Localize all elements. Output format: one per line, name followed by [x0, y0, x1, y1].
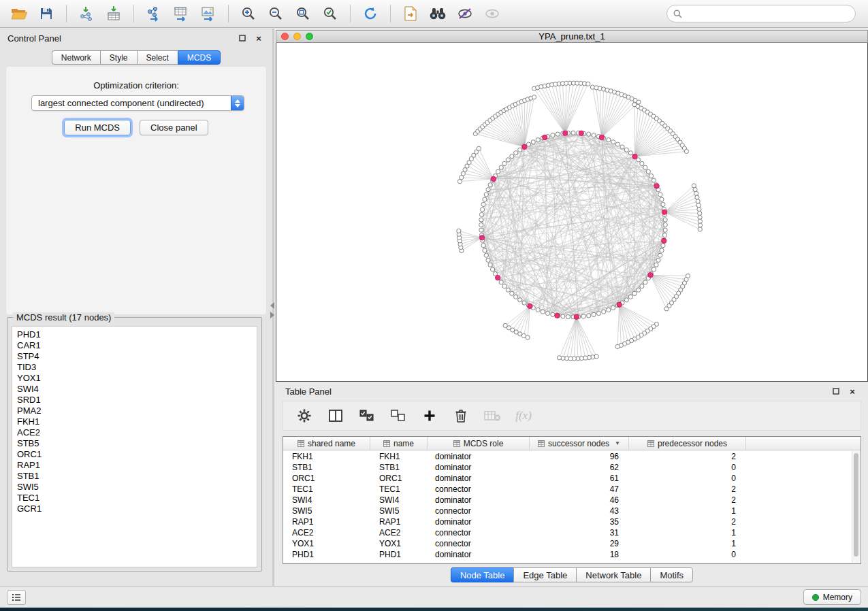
tab-network-table[interactable]: Network Table — [576, 567, 650, 582]
zoom-out-button[interactable] — [263, 3, 288, 24]
table-scrollbar[interactable] — [852, 451, 860, 563]
table-row[interactable]: SWI4SWI4dominator462 — [283, 495, 852, 506]
float-table-panel-icon[interactable] — [830, 386, 842, 397]
mcds-result-item[interactable]: YOX1 — [17, 373, 257, 384]
tab-style[interactable]: Style — [100, 50, 137, 65]
export-network-button[interactable] — [142, 3, 166, 24]
graphics-details-button[interactable] — [453, 3, 477, 24]
mcds-result-item[interactable]: TID3 — [17, 362, 257, 373]
show-columns-button[interactable] — [327, 406, 344, 426]
control-panel: Control Panel × Network Style Select MCD… — [0, 29, 272, 586]
tab-motifs[interactable]: Motifs — [650, 567, 693, 582]
export-to-web-button[interactable] — [398, 3, 423, 24]
memory-button[interactable]: Memory — [803, 589, 861, 605]
column-type-icon — [383, 440, 390, 447]
table-cell: 18 — [530, 550, 629, 559]
column-type-icon — [298, 440, 304, 447]
zoom-in-button[interactable] — [236, 3, 261, 24]
mcds-result-item[interactable]: STB1 — [17, 471, 257, 482]
column-header-name[interactable]: name — [370, 437, 428, 450]
column-header-predecessor-nodes[interactable]: predecessor nodes — [629, 437, 746, 450]
select-all-button[interactable] — [358, 406, 376, 426]
mcds-result-item[interactable]: PHD1 — [17, 329, 257, 340]
table-cell: PHD1 — [283, 550, 370, 559]
find-neighbors-button[interactable] — [425, 3, 450, 24]
tab-mcds[interactable]: MCDS — [178, 50, 221, 65]
sort-chevron-icon[interactable]: ▼ — [615, 440, 620, 446]
table-settings-button[interactable] — [295, 406, 313, 426]
import-table-button[interactable] — [101, 3, 126, 24]
table-panel-title: Table Panel — [285, 386, 332, 397]
search-input[interactable] — [686, 9, 849, 19]
table-scrollbar-thumb[interactable] — [854, 453, 858, 557]
close-panel-button[interactable]: Close panel — [140, 120, 208, 135]
table-cell: 61 — [530, 474, 629, 483]
table-row[interactable]: PHD1PHD1dominator180 — [283, 549, 852, 560]
network-graph — [276, 43, 867, 381]
import-table-icon — [105, 5, 123, 22]
table-row[interactable]: RAP1RAP1dominator352 — [283, 516, 852, 527]
mcds-buttons-row: Run MCDS Close panel — [6, 120, 266, 135]
table-row[interactable]: TEC1TEC1connector472 — [283, 484, 852, 495]
mcds-result-item[interactable]: SWI4 — [17, 384, 257, 395]
export-table-button[interactable] — [169, 3, 193, 24]
close-panel-icon[interactable]: × — [253, 33, 265, 44]
mcds-result-item[interactable]: CAR1 — [17, 340, 257, 351]
tab-edge-table[interactable]: Edge Table — [513, 567, 576, 582]
window-minimize-icon[interactable] — [293, 33, 301, 40]
right-area: YPA_prune.txt_1 Table Panel × — [274, 29, 868, 586]
tab-select[interactable]: Select — [137, 50, 178, 65]
toolbar-separator — [350, 5, 351, 22]
task-history-button[interactable] — [7, 590, 26, 605]
tab-node-table[interactable]: Node Table — [451, 567, 514, 582]
mcds-result-item[interactable]: TEC1 — [17, 493, 257, 503]
table-cell: FKH1 — [370, 452, 428, 461]
mcds-result-item[interactable]: ACE2 — [17, 427, 257, 438]
network-canvas[interactable] — [276, 43, 868, 382]
table-row[interactable]: SWI5SWI5connector431 — [283, 506, 852, 516]
column-header-successor-nodes[interactable]: successor nodes ▼ — [530, 437, 629, 450]
zoom-fit-button[interactable] — [291, 3, 315, 24]
open-file-button[interactable] — [7, 3, 31, 24]
table-row[interactable]: STB1STB1dominator620 — [283, 462, 852, 473]
delete-table-button[interactable] — [483, 406, 501, 426]
table-row[interactable]: YOX1YOX1connector291 — [283, 538, 852, 549]
mcds-result-item[interactable]: STP4 — [17, 351, 257, 362]
table-cell: YOX1 — [370, 539, 428, 548]
import-network-button[interactable] — [74, 3, 99, 24]
toggle-visibility-button[interactable] — [480, 3, 504, 24]
import-network-icon — [78, 5, 95, 22]
delete-column-button[interactable] — [452, 406, 470, 426]
table-row[interactable]: ORC1ORC1dominator610 — [283, 473, 852, 484]
mcds-result-item[interactable]: FKH1 — [17, 416, 257, 427]
float-panel-icon[interactable] — [236, 33, 248, 44]
column-header-shared-name[interactable]: shared name — [283, 437, 370, 450]
zoom-fit-icon — [295, 5, 311, 22]
window-maximize-icon[interactable] — [306, 33, 313, 40]
column-header-mcds-role[interactable]: MCDS role — [428, 437, 530, 450]
mcds-result-item[interactable]: STB5 — [17, 438, 257, 449]
refresh-button[interactable] — [358, 3, 383, 24]
add-column-button[interactable] — [421, 406, 438, 426]
export-image-button[interactable] — [196, 3, 221, 24]
toolbar-separator — [66, 5, 67, 22]
save-session-button[interactable] — [34, 3, 59, 24]
table-cell: 31 — [530, 528, 629, 538]
run-mcds-button[interactable]: Run MCDS — [64, 120, 131, 135]
mcds-result-item[interactable]: GCR1 — [17, 503, 257, 514]
mcds-result-item[interactable]: ORC1 — [17, 449, 257, 460]
mcds-result-item[interactable]: SWI5 — [17, 482, 257, 493]
window-close-icon[interactable] — [281, 33, 289, 40]
zoom-selected-button[interactable] — [318, 3, 342, 24]
optimization-dropdown[interactable]: largest connected component (undirected) — [31, 95, 244, 111]
close-table-panel-icon[interactable]: × — [846, 386, 858, 397]
mcds-result-item[interactable]: PMA2 — [17, 406, 257, 416]
table-row[interactable]: FKH1FKH1dominator962 — [283, 451, 852, 462]
function-builder-button[interactable]: f(x) — [515, 406, 532, 426]
mcds-result-item[interactable]: SRD1 — [17, 395, 257, 406]
mcds-result-item[interactable]: RAP1 — [17, 460, 257, 471]
deselect-all-button[interactable] — [389, 406, 407, 426]
tab-network[interactable]: Network — [52, 50, 100, 65]
mcds-result-title: MCDS result (17 nodes) — [13, 312, 114, 323]
table-row[interactable]: ACE2ACE2connector311 — [283, 527, 852, 538]
